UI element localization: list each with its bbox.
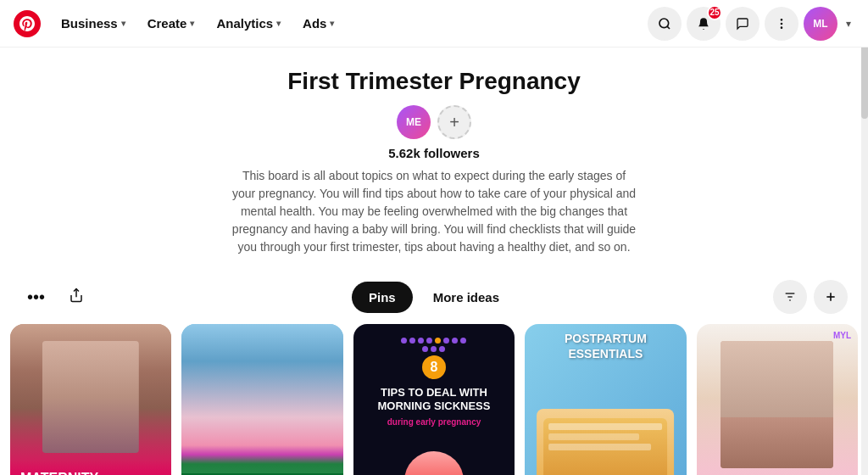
owner-avatar-text: ME (406, 116, 421, 128)
svg-point-2 (781, 19, 782, 20)
dots-icon: ••• (27, 288, 45, 306)
more-options-button[interactable] (765, 7, 798, 41)
board-description: This board is all about topics on what t… (231, 167, 637, 256)
board-actions-left: ••• (20, 284, 91, 310)
profile-chevron[interactable]: ▾ (843, 14, 854, 33)
nav-analytics[interactable]: Analytics ▾ (206, 9, 291, 37)
pinterest-logo[interactable] (14, 10, 41, 37)
svg-point-3 (781, 23, 782, 24)
scrollbar[interactable] (861, 0, 868, 475)
add-collaborator-icon: + (449, 113, 459, 132)
board-tabs: Pins More ideas (352, 282, 516, 313)
board-title: First Trimester Pregnancy (287, 68, 580, 95)
nav-business-label: Business (61, 16, 118, 31)
more-options-dots-button[interactable]: ••• (20, 284, 52, 310)
board-actions-right (773, 280, 848, 314)
nav-business[interactable]: Business ▾ (51, 9, 136, 37)
followers-count: 5.62k followers (388, 146, 480, 160)
tab-more-ideas[interactable]: More ideas (416, 282, 516, 313)
board-avatars: ME + (397, 105, 471, 139)
nav-ads[interactable]: Ads ▾ (292, 9, 344, 37)
pin-card[interactable]: 8 TIPS TO DEAL WITHMORNING SICKNESS duri… (353, 324, 515, 475)
header-right: 25 ML ▾ (648, 7, 854, 41)
messages-button[interactable] (726, 7, 760, 41)
nav-create[interactable]: Create ▾ (137, 9, 205, 37)
user-avatar[interactable]: ML (804, 7, 837, 41)
search-button[interactable] (648, 7, 682, 41)
pin-3-title: TIPS TO DEAL WITHMORNING SICKNESS (371, 386, 498, 412)
pin-3-dots (392, 338, 476, 352)
pin-4-top-text: PostpartumEssentials (565, 332, 647, 360)
analytics-chevron-icon: ▾ (276, 19, 281, 28)
header-left: Business ▾ Create ▾ Analytics ▾ Ads ▾ (14, 9, 344, 37)
share-button[interactable] (62, 284, 91, 310)
pin-3-subtitle: during early pregnancy (387, 417, 481, 427)
pin-card[interactable]: MYL WHAT TO DO NOWTHAT YOU'RE... ? (697, 324, 858, 475)
pin-5-logo: MYL (833, 331, 851, 340)
create-chevron-icon: ▾ (190, 19, 194, 28)
header: Business ▾ Create ▾ Analytics ▾ Ads ▾ (0, 0, 868, 48)
nav-create-label: Create (147, 16, 187, 31)
nav-analytics-label: Analytics (216, 16, 273, 31)
board-owner-avatar[interactable]: ME (397, 105, 431, 139)
nav-ads-label: Ads (303, 16, 326, 31)
board-actions: ••• Pins More ideas (0, 270, 868, 324)
main-nav: Business ▾ Create ▾ Analytics ▾ Ads ▾ (51, 9, 344, 37)
board-header: First Trimester Pregnancy ME + 5.62k fol… (95, 48, 773, 270)
ads-chevron-icon: ▾ (330, 19, 334, 28)
avatar-initials: ML (813, 18, 827, 30)
notifications-button[interactable]: 25 (687, 7, 721, 41)
svg-line-1 (667, 26, 670, 29)
tab-pins[interactable]: Pins (352, 282, 413, 313)
pin-card[interactable]: PostpartumEssentials (525, 324, 686, 475)
pin-card[interactable]: 1st Trimester TO DOFind a Pregnancy Sale (181, 324, 342, 475)
svg-point-0 (659, 19, 669, 28)
add-pin-button[interactable] (814, 280, 848, 314)
filter-button[interactable] (773, 280, 807, 314)
pin-3-number: 8 (422, 355, 446, 379)
svg-point-4 (781, 27, 782, 28)
pin-1-overlay-text: MATERNITYCLOTHING (20, 471, 161, 475)
add-collaborator-button[interactable]: + (437, 105, 471, 139)
pin-card[interactable]: MATERNITYCLOTHING (10, 324, 171, 475)
notification-badge: 25 (707, 5, 722, 20)
business-chevron-icon: ▾ (121, 19, 125, 28)
pin-grid: MATERNITYCLOTHING 1st Trimester TO DOFin… (0, 324, 868, 475)
